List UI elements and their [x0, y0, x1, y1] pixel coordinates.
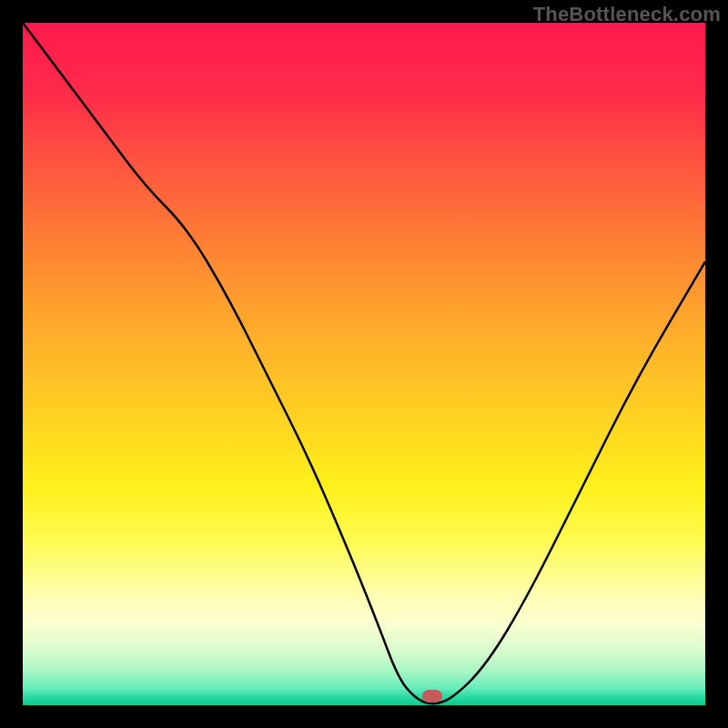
chart-container: TheBottleneck.com: [0, 0, 728, 728]
plot-area: [23, 23, 705, 705]
curve-path: [23, 23, 705, 703]
optimal-point-marker: [422, 690, 442, 703]
bottleneck-curve: [23, 23, 705, 705]
